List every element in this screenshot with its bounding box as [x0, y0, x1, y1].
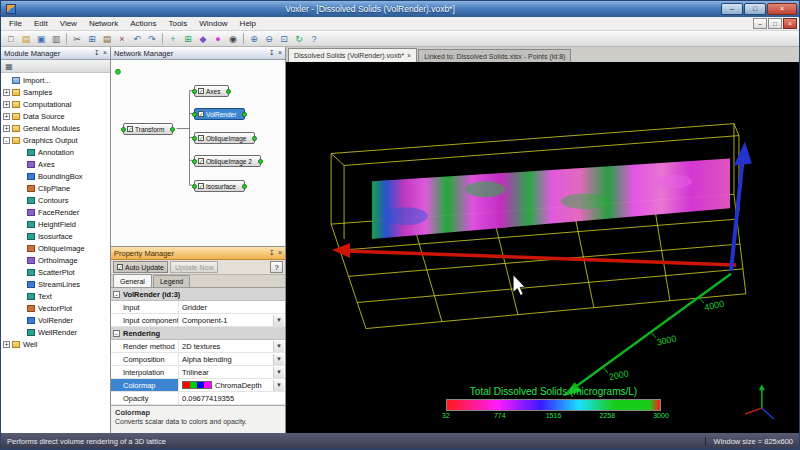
input-port[interactable]	[192, 136, 197, 141]
zoom-out-icon[interactable]: ⊖	[262, 32, 276, 45]
tree-item[interactable]: + General Modules	[1, 122, 110, 134]
auto-update-toggle[interactable]: Auto Update	[113, 261, 168, 273]
tree-item[interactable]: ScatterPlot	[1, 266, 110, 278]
save-icon[interactable]: ▣	[34, 32, 48, 45]
zoom-fit-icon[interactable]: ⊡	[277, 32, 291, 45]
tree-item[interactable]: VectorPlot	[1, 302, 110, 314]
tree-item[interactable]: + Well	[1, 338, 110, 350]
dropdown-arrow-icon[interactable]: ▼	[273, 367, 284, 378]
tree-item[interactable]: - Graphics Output	[1, 134, 110, 146]
mdi-close-button[interactable]: ×	[783, 18, 797, 29]
tree-item[interactable]: Text	[1, 290, 110, 302]
colormap-swatch[interactable]	[182, 381, 212, 389]
network-node[interactable]: Axes	[194, 85, 229, 97]
property-value[interactable]: 0.09677419355 ▼	[179, 392, 285, 404]
module-grid-icon[interactable]: ⊞	[181, 32, 195, 45]
mdi-minimize-button[interactable]: –	[753, 18, 767, 29]
tree-item[interactable]: OrthoImage	[1, 254, 110, 266]
auto-update-checkbox[interactable]	[117, 264, 123, 270]
property-value[interactable]: Component-1 ▼	[179, 314, 285, 326]
dropdown-arrow-icon[interactable]: ▼	[273, 341, 284, 352]
property-value[interactable]: Gridder ▼	[179, 301, 285, 313]
node-checkbox[interactable]	[198, 158, 204, 164]
input-port[interactable]	[192, 184, 197, 189]
close-button[interactable]: ×	[767, 3, 797, 15]
camera-icon[interactable]: ◉	[226, 32, 240, 45]
node-checkbox[interactable]	[198, 88, 204, 94]
network-node[interactable]: Isosurface	[194, 180, 245, 192]
3d-canvas[interactable]: 4000 3000 2000	[286, 62, 799, 433]
output-port[interactable]	[242, 184, 247, 189]
property-value[interactable]: 2D textures ▼	[179, 340, 285, 352]
property-tab[interactable]: Legend	[153, 275, 190, 287]
menu-item[interactable]: Tools	[162, 17, 193, 30]
input-port[interactable]	[121, 127, 126, 132]
property-row[interactable]: - Colormap ChromaDepth ▼	[111, 379, 285, 392]
viewport-tab[interactable]: Dissolved Solids (VolRender).voxb* ×	[288, 48, 417, 62]
tree-item[interactable]: BoundingBox	[1, 170, 110, 182]
sep[interactable]	[162, 33, 163, 44]
close-icon[interactable]: ×	[103, 49, 107, 57]
tree-item[interactable]: + Computational	[1, 98, 110, 110]
tree-item[interactable]: + Data Source	[1, 110, 110, 122]
dropdown-arrow-icon[interactable]: ▼	[273, 354, 284, 365]
close-icon[interactable]: ×	[278, 249, 282, 257]
update-now-button[interactable]: Update Now	[170, 261, 219, 273]
input-port[interactable]	[192, 112, 197, 117]
tree-item[interactable]: Contours	[1, 194, 110, 206]
node-checkbox[interactable]	[198, 183, 204, 189]
module-render-icon[interactable]: ●	[211, 32, 225, 45]
property-row[interactable]: - Input component Component-1 ▼	[111, 314, 285, 327]
help-icon[interactable]: ?	[307, 32, 321, 45]
pin-icon[interactable]: ↧	[269, 249, 275, 257]
output-port[interactable]	[242, 112, 247, 117]
tree-item[interactable]: Annotation	[1, 146, 110, 158]
sep[interactable]	[66, 33, 67, 44]
tree-item[interactable]: Import...	[1, 74, 110, 86]
output-port[interactable]	[226, 89, 231, 94]
open-icon[interactable]: ▤	[19, 32, 33, 45]
menu-item[interactable]: Window	[193, 17, 233, 30]
output-port[interactable]	[258, 159, 263, 164]
menu-item[interactable]: Network	[83, 17, 124, 30]
property-row[interactable]: - VolRender (id:3) ▼	[111, 288, 285, 301]
section-collapse-icon[interactable]: -	[113, 291, 120, 298]
tree-item[interactable]: HeightField	[1, 218, 110, 230]
mdi-restore-button[interactable]: □	[768, 18, 782, 29]
menu-item[interactable]: Help	[234, 17, 262, 30]
module-toolbar-icon[interactable]: ▦	[3, 61, 15, 72]
node-checkbox[interactable]	[198, 135, 204, 141]
input-port[interactable]	[192, 89, 197, 94]
property-row[interactable]: - Interpolation Trilinear ▼	[111, 366, 285, 379]
tree-expander-icon[interactable]: -	[3, 137, 10, 144]
help-button[interactable]: ?	[270, 261, 283, 273]
output-port[interactable]	[252, 136, 257, 141]
property-row[interactable]: - Render method 2D textures ▼	[111, 340, 285, 353]
menu-item[interactable]: Edit	[28, 17, 54, 30]
tab-close-icon[interactable]: ×	[407, 52, 411, 59]
viewport-tab[interactable]: Linked to: Dissolved Solids.xlsx - Point…	[418, 49, 571, 62]
maximize-button[interactable]: □	[744, 3, 766, 15]
dropdown-arrow-icon[interactable]: ▼	[273, 380, 284, 391]
menu-item[interactable]: File	[3, 17, 28, 30]
property-value[interactable]: Alpha blending ▼	[179, 353, 285, 365]
property-row[interactable]: - Rendering ▼	[111, 327, 285, 340]
network-node[interactable]: ObliqueImage	[194, 132, 255, 144]
node-checkbox[interactable]	[127, 126, 133, 132]
tree-item[interactable]: VolRender	[1, 314, 110, 326]
section-collapse-icon[interactable]: -	[113, 330, 120, 337]
minimize-button[interactable]: –	[721, 3, 743, 15]
tree-item[interactable]: StreamLines	[1, 278, 110, 290]
tree-expander-icon[interactable]: +	[3, 101, 10, 108]
3d-view[interactable]: 4000 3000 2000 Tot	[286, 62, 799, 433]
tree-expander-icon[interactable]: +	[3, 89, 10, 96]
tree-expander-icon[interactable]: +	[3, 341, 10, 348]
menu-item[interactable]: View	[54, 17, 83, 30]
property-row[interactable]: - Input Gridder ▼	[111, 301, 285, 314]
dropdown-arrow-icon[interactable]: ▼	[273, 315, 284, 326]
tree-item[interactable]: Isosurface	[1, 230, 110, 242]
tree-item[interactable]: + Samples	[1, 86, 110, 98]
undo-icon[interactable]: ↶	[130, 32, 144, 45]
tree-item[interactable]: Axes	[1, 158, 110, 170]
tree-expander-icon[interactable]: +	[3, 113, 10, 120]
